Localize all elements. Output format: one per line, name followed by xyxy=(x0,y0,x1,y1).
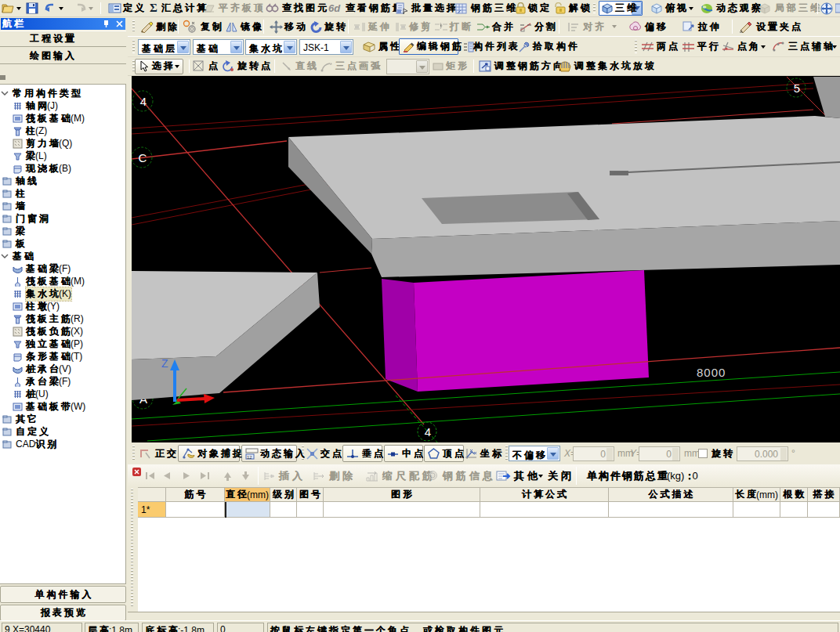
svg-text:4: 4 xyxy=(140,95,147,108)
svg-text:Z: Z xyxy=(161,357,168,370)
svg-text:C: C xyxy=(139,151,147,164)
svg-text:5: 5 xyxy=(794,81,800,95)
svg-text:8000: 8000 xyxy=(697,366,726,379)
svg-text:4: 4 xyxy=(425,425,431,439)
svg-text:12: 12 xyxy=(247,455,252,460)
